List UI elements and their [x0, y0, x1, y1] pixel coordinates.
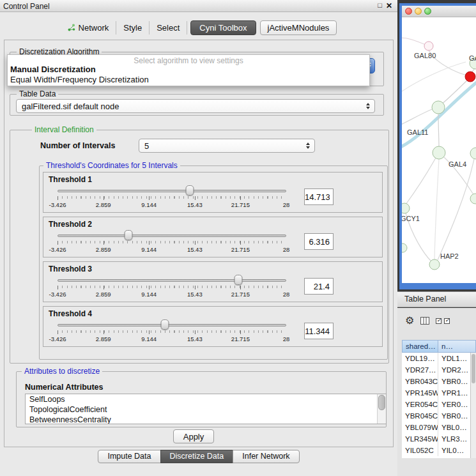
dropdown-header: Select algorithm to view settings [8, 55, 369, 65]
select-columns-checkboxes-icon[interactable] [436, 318, 450, 324]
close-traffic-light-icon[interactable] [405, 8, 412, 15]
table-header: shared… n… [402, 340, 476, 353]
shared-name-cell: YER054C [402, 399, 438, 410]
group-title: Threshold's Coordinates for 5 Intervals [43, 161, 180, 170]
slider-ticks [58, 196, 286, 200]
list-item[interactable]: BetweennessCentrality [26, 415, 386, 424]
slider-thumb[interactable] [234, 275, 242, 285]
network-node-selected-red[interactable] [465, 72, 475, 82]
network-canvas[interactable]: GAL80 GAL11 GAL4 GCY1 HAP2 GA [402, 17, 476, 283]
minimize-traffic-light-icon[interactable] [415, 8, 422, 15]
threshold-value-field[interactable] [304, 323, 334, 339]
network-node[interactable] [429, 259, 440, 270]
tab-impute-data[interactable]: Impute Data [98, 450, 160, 463]
tab-network[interactable]: Network [61, 21, 117, 35]
slider-ticks [58, 330, 286, 334]
tab-select[interactable]: Select [150, 21, 187, 35]
threshold-label: Threshold 1 [49, 175, 92, 184]
threshold-value-field[interactable] [304, 188, 334, 205]
network-node[interactable] [402, 243, 407, 252]
table-row[interactable]: YBR045CYBR0… [402, 410, 470, 422]
network-node[interactable] [470, 194, 476, 204]
slider-ticks [58, 241, 286, 245]
threshold-slider[interactable]: -3.4262.8599.14415.4321.71528 [49, 185, 295, 208]
threshold-label: Threshold 4 [49, 309, 92, 318]
scale-label: 9.144 [141, 335, 157, 342]
tab-label: jActiveMNodules [268, 23, 330, 33]
table-row[interactable]: YDR27…YDR2… [402, 364, 470, 376]
table-row[interactable]: YBR043CYBR0… [402, 376, 470, 387]
threshold-slider[interactable]: -3.4262.8599.14415.4321.71528 [49, 275, 295, 298]
table-row[interactable]: YLR345WYLR3… [402, 433, 470, 445]
network-node[interactable] [433, 146, 445, 159]
threshold-label: Threshold 3 [49, 265, 92, 273]
gear-icon[interactable]: ⚙ [405, 316, 414, 326]
table-row[interactable]: YIL052CYIL0… [402, 445, 470, 456]
threshold-slider[interactable]: -3.4262.8599.14415.4321.71528 [49, 230, 295, 253]
table-panel: ⚙ shared… n… YDL19…YDL1…YDR27…YDR2…YBR04… [397, 308, 476, 476]
apply-button[interactable]: Apply [173, 429, 214, 443]
table-data-combo[interactable]: galFiltered.sif default node [16, 99, 375, 113]
slider-thumb[interactable] [124, 230, 132, 240]
network-node[interactable] [470, 148, 476, 159]
bottom-tabbar: Impute Data Discretize Data Infer Networ… [0, 450, 397, 463]
network-node[interactable] [424, 42, 433, 50]
network-node[interactable] [432, 101, 445, 114]
shared-name-cell: YBR043C [402, 376, 438, 387]
tab-jactivemnodules[interactable]: jActiveMNodules [260, 20, 337, 35]
zoom-traffic-light-icon[interactable] [424, 8, 431, 15]
column-header-name[interactable]: n… [438, 340, 476, 353]
table-row[interactable]: YER054CYER0… [402, 399, 470, 410]
scale-label: -3.426 [49, 201, 66, 208]
column-header-shared-name[interactable]: shared… [402, 340, 438, 353]
name-cell: YIL0… [438, 445, 470, 456]
slider-track[interactable] [58, 324, 286, 326]
slider-thumb[interactable] [185, 185, 194, 196]
combo-value: galFiltered.sif default node [22, 102, 119, 111]
network-node[interactable] [402, 203, 410, 213]
shared-name-cell: YLR345W [402, 433, 438, 445]
scale-label: 28 [283, 291, 290, 298]
dropdown-item-manual-discretization[interactable]: Manual Discretization [8, 65, 369, 75]
slider-track[interactable] [58, 279, 286, 282]
settings-panel: Discretization Algorithm Select algorith… [4, 40, 394, 447]
scale-label: 2.859 [96, 201, 111, 208]
float-window-icon[interactable]: □ [378, 1, 382, 9]
shared-name-cell: YPR145W [402, 387, 438, 399]
numerical-attributes-label: Numerical Attributes [25, 383, 103, 392]
table-scrollbar[interactable] [470, 353, 476, 458]
columns-icon[interactable] [420, 317, 429, 325]
slider-track[interactable] [58, 190, 286, 192]
dropdown-item-equal-width-frequency[interactable]: Equal Width/Frequency Discretization [8, 75, 369, 85]
scale-label: 28 [283, 246, 290, 253]
node-label-partial: GA [469, 54, 476, 62]
threshold-group: Threshold 4 -3.4262.8599.14415.4321.7152… [43, 306, 383, 347]
scrollbar-thumb[interactable] [472, 354, 475, 383]
table-row[interactable]: YBL079WYBL0… [402, 422, 470, 433]
scale-label: 21.715 [231, 291, 250, 298]
table-row[interactable]: YDL19…YDL1… [402, 353, 470, 364]
close-icon[interactable]: ✕ [386, 1, 392, 10]
network-icon [68, 24, 75, 31]
slider-track[interactable] [58, 234, 286, 237]
list-item[interactable]: SelfLoops [26, 394, 386, 404]
name-cell: YBR0… [438, 376, 470, 387]
tab-style[interactable]: Style [116, 21, 150, 35]
threshold-value-field[interactable] [304, 233, 334, 250]
list-item[interactable]: TopologicalCoefficient [26, 404, 386, 415]
table-row[interactable]: YPR145WYPR1… [402, 387, 470, 399]
threshold-slider[interactable]: -3.4262.8599.14415.4321.71528 [49, 319, 295, 342]
tab-discretize-data[interactable]: Discretize Data [160, 450, 234, 463]
tab-cyni-toolbox[interactable]: Cyni Toolbox [190, 20, 256, 35]
attribute-list[interactable]: SelfLoopsTopologicalCoefficientBetweenne… [25, 394, 387, 424]
slider-thumb[interactable] [161, 319, 169, 330]
scrollbar-thumb[interactable] [378, 395, 385, 410]
network-view-window[interactable]: GAL80 GAL11 GAL4 GCY1 HAP2 GA [399, 3, 476, 289]
tab-infer-network[interactable]: Infer Network [233, 450, 299, 463]
scale-label: 21.715 [231, 335, 250, 342]
threshold-group: Threshold 3 -3.4262.8599.14415.4321.7152… [43, 261, 383, 302]
threshold-value-field[interactable] [304, 278, 334, 295]
scale-label: 2.859 [96, 246, 111, 253]
list-scrollbar[interactable] [377, 394, 386, 424]
num-intervals-combo[interactable]: 5 [139, 139, 315, 153]
